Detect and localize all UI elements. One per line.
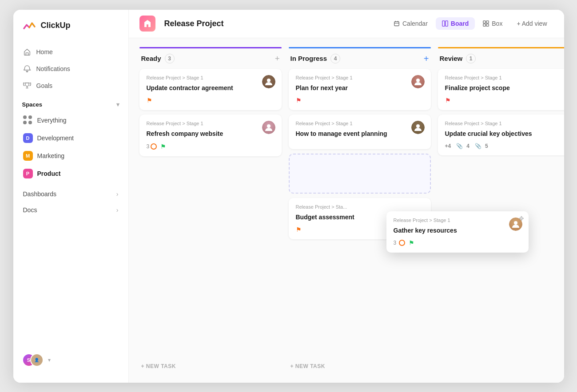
card-dashed-placeholder [289,154,431,194]
card-footer: ⚑ [147,97,275,104]
new-task-label: + NEW TASK [141,363,176,369]
dragging-breadcrumb: Release Project > Stage 1 [394,218,521,223]
card-title: Finalize project scope [445,84,564,93]
sidebar-item-home[interactable]: Home [18,44,124,60]
card-footer: ⚑ [296,97,424,104]
card-objectives: Release Project > Stage 1 Update crucial… [438,115,564,155]
extra-count: +4 [445,143,451,149]
card-title: Update crucial key objectives [445,130,564,139]
column-in-progress: In Progress 4 + Release Project > Stage … [289,47,431,374]
card-breadcrumb: Release Project > Stage 1 [296,75,424,80]
app-logo: ClickUp [13,19,128,44]
attach-icon-2: 📎 [475,143,481,149]
inprogress-new-task-btn[interactable]: + NEW TASK [289,359,431,374]
svg-rect-0 [394,22,399,26]
sidebar-item-notifications[interactable]: Notifications [18,60,124,77]
app-name: ClickUp [41,21,71,30]
trophy-icon [23,82,31,90]
everything-icon [23,115,33,125]
development-label: Development [37,135,74,142]
svg-point-8 [267,124,271,128]
dashboards-label: Dashboards [23,190,57,198]
dragging-card: ✥ Release Project > Stage 1 Gather key r… [386,211,529,253]
inprogress-add-btn[interactable]: + [424,54,429,63]
sidebar-item-dashboards[interactable]: Dashboards › [18,186,124,202]
board-container: Ready 3 + Release Project > Stage 1 Upda… [129,38,564,383]
development-icon: D [23,133,33,143]
bell-icon [23,65,31,73]
main-content: Release Project Calendar Board [129,10,564,383]
ready-new-task-btn[interactable]: + NEW TASK [139,359,282,374]
sidebar-footer[interactable]: S 👤 ▾ [13,346,128,374]
box-label: Box [492,20,502,27]
spaces-list: Everything D Development M Marketing P P… [13,111,128,182]
comment-bubble [399,240,405,246]
flag-orange-icon: ⚑ [147,97,152,104]
card-footer: +4 📎 4 📎 5 [445,143,564,149]
svg-point-11 [514,221,517,225]
calendar-label: Calendar [402,20,428,27]
add-view-label: + Add view [517,20,547,27]
bottom-nav: Dashboards › Docs › [13,186,128,218]
box-view-btn[interactable]: Box [477,17,509,30]
ready-bar [139,47,282,48]
board-icon [442,20,448,27]
sidebar-item-development[interactable]: D Development [18,129,124,147]
flag-orange-icon: ⚑ [296,226,302,233]
main-nav: Home Notifications Goals [13,44,128,94]
home-label: Home [36,48,53,55]
view-tabs: Calendar Board Box [387,17,553,30]
sidebar-item-everything[interactable]: Everything [18,111,124,129]
ready-title: Ready [141,55,161,62]
spaces-chevron[interactable]: ▾ [116,101,119,108]
card-breadcrumb: Release Project > Stage 1 [445,121,564,126]
project-icon [139,16,155,32]
marketing-icon: M [23,151,33,161]
comment-bubble [151,143,157,150]
review-bar [438,47,564,48]
app-container: ClickUp Home Notifications [13,10,564,383]
card-plan: Release Project > Stage 1 Plan for next … [289,69,431,111]
card-avatar [411,121,425,134]
ready-count: 3 [165,54,175,63]
spaces-section: Spaces ▾ [13,94,128,111]
card-title: Update contractor agreement [147,84,275,93]
review-count: 1 [466,54,476,63]
card-avatar [262,121,275,134]
sidebar-item-product[interactable]: P Product [18,165,124,182]
svg-point-7 [267,79,271,82]
comment-count: 3 [394,240,406,246]
footer-chevron: ▾ [48,357,51,363]
attach-icon-1: 📎 [456,143,463,149]
attach-count-1: 4 [466,143,470,149]
column-ready: Ready 3 + Release Project > Stage 1 Upda… [139,47,282,374]
dragging-title: Gather key resources [394,226,521,235]
avatar-user: 👤 [30,353,44,367]
product-label: Product [37,170,61,177]
comment-count: 3 [147,143,157,150]
inprogress-title: In Progress [290,55,327,62]
new-task-label: + NEW TASK [290,363,325,369]
main-header: Release Project Calendar Board [129,10,564,38]
card-website: Release Project > Stage 1 Refresh compan… [139,115,282,156]
product-icon: P [23,169,33,178]
card-breadcrumb: Release Project > Stage 1 [445,75,564,80]
add-view-btn[interactable]: + Add view [510,17,553,30]
ready-add-btn[interactable]: + [275,55,280,63]
home-icon [23,48,31,56]
everything-label: Everything [37,117,67,124]
board-view-btn[interactable]: Board [436,17,475,30]
sidebar-item-goals[interactable]: Goals [18,77,124,94]
card-title: How to manage event planning [296,130,424,139]
calendar-view-btn[interactable]: Calendar [387,17,434,30]
card-breadcrumb: Release Project > Stage 1 [147,75,275,80]
marketing-label: Marketing [37,152,64,159]
flag-green-icon: ⚑ [409,239,414,246]
card-title: Plan for next year [296,84,424,93]
card-footer: 3 ⚑ [147,143,275,150]
svg-rect-4 [486,21,489,23]
sidebar-item-marketing[interactable]: M Marketing [18,147,124,165]
sidebar-item-docs[interactable]: Docs › [18,202,124,218]
flag-red-icon: ⚑ [445,97,451,104]
inprogress-bar [289,47,431,48]
